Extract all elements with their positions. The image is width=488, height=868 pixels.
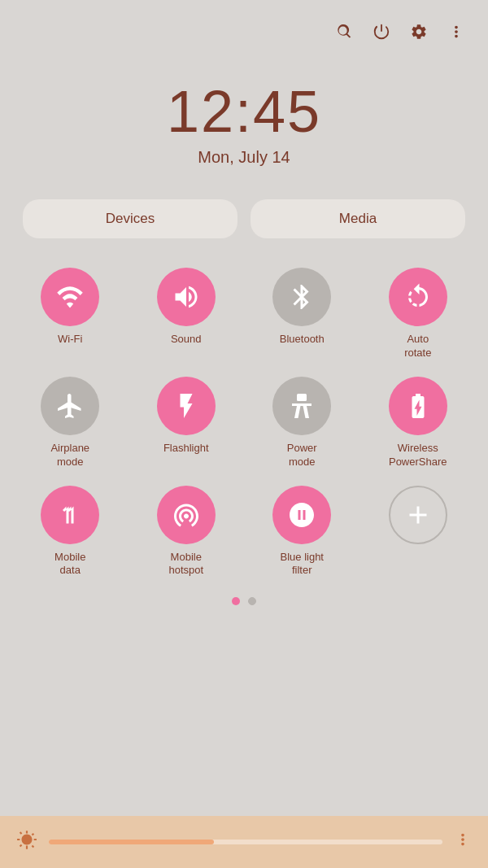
dot-2 [248,597,256,605]
qs-auto-rotate[interactable]: Autorotate [364,268,473,360]
wireless-powershare-label: WirelessPowerShare [389,442,447,469]
brightness-track[interactable] [49,840,442,844]
top-bar [0,0,488,54]
sound-label: Sound [171,333,202,347]
mobile-data-icon-circle [41,486,99,544]
auto-rotate-icon-circle [389,268,447,326]
sound-icon-circle [157,268,216,326]
qs-wifi[interactable]: Wi-Fi [16,268,124,360]
blue-light-icon-circle [272,486,331,544]
qs-flashlight[interactable]: Flashlight [133,377,241,469]
tab-devices[interactable]: Devices [23,199,237,238]
clock-time: 12:45 [0,78,488,145]
auto-rotate-label: Autorotate [404,333,431,360]
qs-blue-light-filter[interactable]: Blue lightfilter [248,486,356,578]
brightness-bar[interactable] [0,816,488,868]
pagination-dots [0,597,488,605]
blue-light-label: Blue lightfilter [281,551,324,578]
brightness-sun-icon [16,829,37,855]
svg-rect-0 [297,394,307,401]
settings-icon[interactable] [410,23,428,46]
bluetooth-label: Bluetooth [280,333,325,347]
qs-add[interactable] [364,486,473,578]
airplane-label: Airplanemode [50,442,89,469]
tab-row: Devices Media [23,199,465,238]
qs-wireless-powershare[interactable]: WirelessPowerShare [364,377,473,469]
power-mode-icon-circle [272,377,331,435]
quick-settings-grid: Wi-Fi Sound Bluetooth Autorotate Airplan… [0,268,488,578]
flashlight-label: Flashlight [163,442,209,456]
tab-media[interactable]: Media [251,199,465,238]
add-icon-circle [389,486,447,544]
dot-1 [232,597,240,605]
brightness-more-icon[interactable] [454,831,472,853]
brightness-fill [49,840,214,844]
qs-sound[interactable]: Sound [133,268,241,360]
qs-mobile-data[interactable]: Mobiledata [16,486,124,578]
power-icon[interactable] [373,23,390,46]
qs-bluetooth[interactable]: Bluetooth [248,268,356,360]
search-icon[interactable] [335,23,353,46]
flashlight-icon-circle [157,377,216,435]
qs-airplane-mode[interactable]: Airplanemode [16,377,124,469]
hotspot-icon-circle [157,486,216,544]
qs-power-mode[interactable]: Powermode [248,377,356,469]
clock-section: 12:45 Mon, July 14 [0,78,488,167]
clock-date: Mon, July 14 [0,148,488,167]
wifi-label: Wi-Fi [58,333,82,347]
airplane-icon-circle [41,377,99,435]
mobile-data-label: Mobiledata [54,551,85,578]
power-mode-label: Powermode [287,442,317,469]
qs-mobile-hotspot[interactable]: Mobilehotspot [133,486,241,578]
hotspot-label: Mobilehotspot [168,551,203,578]
wifi-icon-circle [41,268,99,326]
bluetooth-icon-circle [272,268,331,326]
wireless-share-icon-circle [389,377,447,435]
more-icon[interactable] [447,23,465,46]
